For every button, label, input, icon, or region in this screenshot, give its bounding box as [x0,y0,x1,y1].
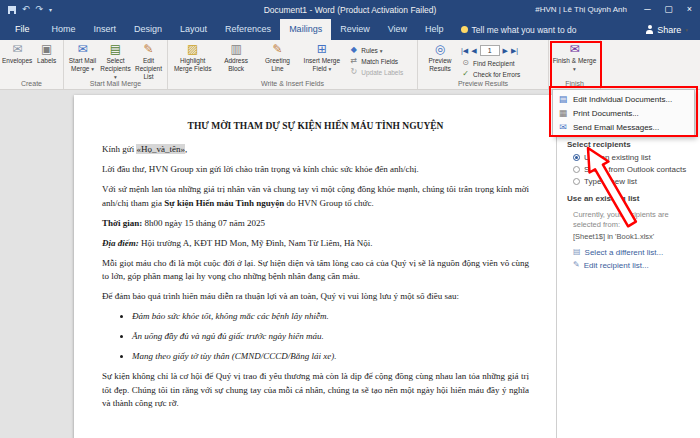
list-item: Mang theo giấy tờ tùy thân (CMND/CCCD/Bằ… [132,350,529,364]
paragraph-invitation: Với sứ mệnh lan tỏa những giá trị nhân v… [102,183,529,210]
finish-and-merge-button[interactable]: ✉ Finish & Merge ▾ [553,42,597,73]
rules-icon: ◆ [349,46,358,54]
insert-field-icon: ⊞ [317,43,327,57]
group-label-create: Create [2,80,61,89]
mail-merge-icon: ✉ [77,43,87,57]
maximize-button[interactable]: ▢ [658,0,679,19]
signed-in-user[interactable]: #HVN | Lê Thị Quỳnh Anh [535,5,627,14]
share-button[interactable]: Share ▾ [634,19,700,40]
insert-merge-field-button[interactable]: ⊞ Insert Merge Field ▾ [302,42,342,73]
close-button[interactable]: × [679,0,700,19]
select-different-list-link[interactable]: ▤ Select a different list... [573,248,692,257]
group-preview-results: ◎ Preview Results |◀ ◀ ▶ ▶| ⊙ Find Recip… [418,40,549,89]
match-fields-button[interactable]: ⇄ Match Fields [349,57,411,65]
save-icon[interactable] [8,6,16,14]
address-block-icon: ▥ [230,43,241,57]
radio-type-new-list[interactable]: Type a new list [573,177,692,186]
labels-button[interactable]: ▣ Labels [32,42,61,65]
rules-button[interactable]: ◆ Rules ▾ [349,46,411,54]
tab-review[interactable]: Review [331,19,379,40]
qat-customize-icon[interactable]: ▾ [49,7,52,13]
next-record-button[interactable]: ▶ [503,47,508,54]
tab-design[interactable]: Design [125,19,171,40]
tell-me-box[interactable]: Tell me what you want to do [453,19,585,40]
radio-selected-icon [573,154,580,161]
minimize-button[interactable]: ─ [637,0,658,19]
group-label-write-insert-fields: Write & Insert Fields [170,80,415,89]
envelopes-button[interactable]: ✉ Envelopes [2,42,32,65]
record-navigation: |◀ ◀ ▶ ▶| [461,45,545,56]
recipients-source-value: [Sheet1$] in 'Book1.xlsx' [573,232,692,241]
title-bar: ↶ ↷ ▾ Document1 - Word (Product Activati… [0,0,700,19]
tab-insert[interactable]: Insert [85,19,126,40]
document-title: THƯ MỜI THAM DỰ SỰ KIỆN HIẾN MÁU TÌNH NG… [102,121,529,131]
list-icon: ▤ [573,248,581,256]
tab-view[interactable]: View [379,19,416,40]
window-title: Document1 - Word (Product Activation Fai… [264,5,437,15]
recipients-icon: ▤ [110,43,121,57]
edit-recipient-list-button[interactable]: ✎ Edit Recipient List [132,42,165,80]
menu-item-send-email-messages[interactable]: ✉ Send Email Messages... [553,120,694,134]
lightbulb-icon [461,26,468,33]
select-recipients-button[interactable]: ▤ Select Recipients ▾ [99,42,132,80]
update-labels-icon: ↻ [349,68,358,76]
use-existing-list-heading: Use an existing list [567,194,692,203]
tab-home[interactable]: Home [43,19,85,40]
tab-file[interactable]: File [2,19,43,40]
word-window: ↶ ↷ ▾ Document1 - Word (Product Activati… [0,0,700,438]
greeting-line-button[interactable]: ✎ Greeting Line [260,42,294,73]
write-group-small-buttons: ◆ Rules ▾ ⇄ Match Fields ↻ Update Labels [349,42,411,76]
greeting-line-icon: ✎ [272,43,282,57]
titlebar-right: #HVN | Lê Thị Quỳnh Anh ─ ▢ × [535,0,700,19]
list-item: Ăn uống đầy đủ và ngủ đủ giấc trước ngày… [132,330,529,344]
highlight-merge-fields-button[interactable]: ▨ Highlight Merge Fields [174,42,212,73]
radio-use-existing-list[interactable]: Use an existing list [573,153,692,162]
find-recipient-button[interactable]: ⊙ Find Recipient [461,59,545,67]
preview-group-controls: |◀ ◀ ▶ ▶| ⊙ Find Recipient ✓ Check for E… [461,42,545,78]
chevron-down-icon: ▾ [573,66,576,72]
quick-access-toolbar: ↶ ↷ ▾ [0,5,52,14]
previous-record-button[interactable]: ◀ [471,47,476,54]
menu-item-print-documents[interactable]: ▦ Print Documents... [553,106,694,120]
record-number-input[interactable] [480,45,500,56]
chevron-down-icon: ▾ [685,27,688,33]
preview-results-icon: ◎ [435,43,445,57]
tab-layout[interactable]: Layout [171,19,216,40]
tab-help[interactable]: Help [416,19,453,40]
preview-results-button[interactable]: ◎ Preview Results [421,42,459,73]
person-icon [646,30,653,34]
group-finish: ✉ Finish & Merge ▾ Finish [549,40,601,89]
redo-icon[interactable]: ↷ [36,5,44,14]
tab-references[interactable]: References [216,19,280,40]
paragraph-intro: Lời đầu thư, HVN Group xin gửi lời chào … [102,163,529,177]
group-start-mail-merge: ✉ Start Mail Merge ▾ ▤ Select Recipients… [64,40,168,89]
edit-recipient-list-link[interactable]: ✎ Edit recipient list... [573,261,692,270]
list-item: Đảm bảo sức khỏe tốt, không mắc các bệnh… [132,310,529,324]
document-area: THƯ MỜI THAM DỰ SỰ KIỆN HIẾN MÁU TÌNH NG… [0,90,700,438]
document-page[interactable]: THƯ MỜI THAM DỰ SỰ KIỆN HIẾN MÁU TÌNH NG… [74,95,557,438]
merge-field-ho-va-ten[interactable]: «Họ_và_tên» [136,144,185,154]
paragraph-place: Địa điểm: Hội trường A, KĐT HD Mon, Mỹ Đ… [102,237,529,251]
menu-item-edit-individual-documents[interactable]: ▤ Edit Individual Documents... [553,92,694,106]
chevron-down-icon: ▾ [380,48,383,54]
address-block-button[interactable]: ▥ Address Block [219,42,253,73]
select-recipients-heading: Select recipients [567,140,692,149]
document-icon: ▤ [558,95,568,104]
finish-merge-dropdown-menu: ▤ Edit Individual Documents... ▦ Print D… [552,89,695,137]
printer-icon: ▦ [558,109,568,118]
paragraph-notes-intro: Để đảm bảo quá trình hiến máu diễn ra th… [102,290,529,304]
radio-outlook-contacts[interactable]: Select from Outlook contacts [573,165,692,174]
check-for-errors-button[interactable]: ✓ Check for Errors [461,70,545,78]
start-mail-merge-button[interactable]: ✉ Start Mail Merge ▾ [66,42,99,73]
recipients-source-label: Currently, your recipients are selected … [573,210,692,230]
first-record-button[interactable]: |◀ [461,47,468,54]
radio-icon [573,178,580,185]
paragraph-time: Thời gian: 8h00 ngày 15 tháng 07 năm 202… [102,217,529,231]
last-record-button[interactable]: ▶| [511,47,518,54]
update-labels-button: ↻ Update Labels [349,68,411,76]
undo-icon[interactable]: ↶ [22,5,30,14]
tab-mailings[interactable]: Mailings [280,19,331,40]
group-create: ✉ Envelopes ▣ Labels Create [0,40,64,89]
group-write-insert-fields: ▨ Highlight Merge Fields ▥ Address Block… [168,40,418,89]
mail-merge-task-pane: Select recipients Use an existing list S… [556,90,700,438]
